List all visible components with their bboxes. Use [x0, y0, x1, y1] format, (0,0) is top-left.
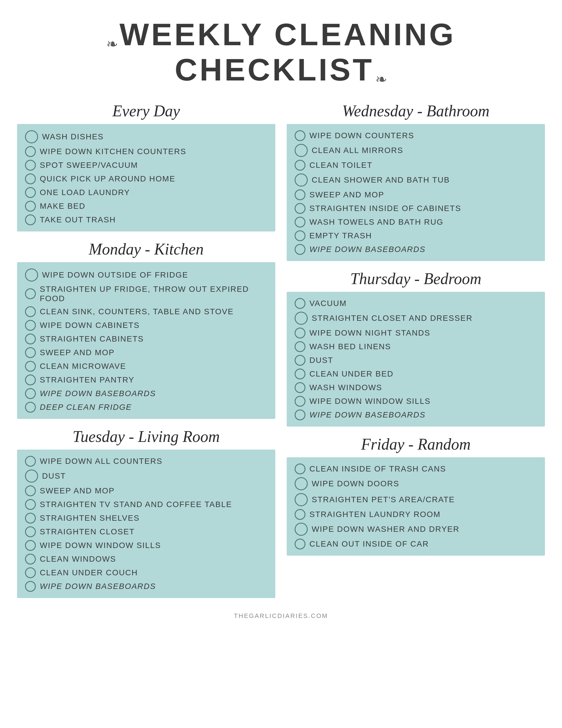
list-item: VACUUM: [294, 298, 537, 309]
item-label: STRAIGHTEN PET'S AREA/CRATE: [312, 495, 455, 504]
checkbox-icon[interactable]: [25, 567, 36, 578]
checkbox-icon[interactable]: [25, 499, 36, 510]
checkbox-icon[interactable]: [294, 244, 305, 255]
section-title-everyday: Every Day: [17, 102, 275, 120]
list-item: WIPE DOWN CABINETS: [25, 320, 268, 331]
checkbox-icon[interactable]: [294, 509, 305, 520]
item-label: WASH TOWELS AND BATH RUG: [309, 217, 443, 227]
list-item: WIPE DOWN OUTSIDE OF FRIDGE: [25, 268, 268, 282]
checkbox-icon[interactable]: [294, 355, 305, 366]
checkbox-icon[interactable]: [25, 375, 36, 385]
item-label: WIPE DOWN BASEBOARDS: [40, 389, 156, 398]
checkbox-icon[interactable]: [25, 320, 36, 331]
item-label: WIPE DOWN CABINETS: [40, 320, 140, 330]
item-label: WIPE DOWN WASHER AND DRYER: [312, 524, 459, 534]
checkbox-icon[interactable]: [25, 513, 36, 524]
item-label: TAKE OUT TRASH: [40, 215, 116, 225]
checkbox-icon[interactable]: [294, 341, 305, 352]
item-label: CLEAN INSIDE OF TRASH CANS: [309, 464, 446, 474]
checkbox-icon[interactable]: [294, 539, 305, 549]
item-label: CLEAN TOILET: [309, 160, 372, 170]
checkbox-icon[interactable]: [25, 334, 36, 344]
checkbox-icon[interactable]: [294, 189, 305, 200]
item-label: STRAIGHTEN LAUNDRY ROOM: [309, 510, 441, 519]
checkbox-icon[interactable]: [294, 203, 305, 214]
checkbox-icon[interactable]: [25, 160, 36, 171]
checkbox-icon[interactable]: [294, 493, 308, 506]
item-label: WIPE DOWN ALL COUNTERS: [40, 456, 163, 466]
checkbox-icon[interactable]: [294, 464, 305, 474]
checkbox-icon[interactable]: [294, 173, 308, 187]
checkbox-icon[interactable]: [25, 214, 36, 225]
list-item: CLEAN MICROWAVE: [25, 361, 268, 372]
list-item: SWEEP AND MOP: [294, 189, 537, 200]
item-label: WIPE DOWN COUNTERS: [309, 131, 414, 140]
list-item: WASH WINDOWS: [294, 382, 537, 393]
list-item: WIPE DOWN COUNTERS: [294, 130, 537, 141]
right-column: Wednesday - Bathroom WIPE DOWN COUNTERS …: [287, 93, 545, 601]
item-label: ONE LOAD LAUNDRY: [40, 188, 130, 197]
list-item: WIPE DOWN WINDOW SILLS: [25, 540, 268, 551]
checkbox-icon[interactable]: [25, 540, 36, 551]
list-item: CLEAN TOILET: [294, 160, 537, 171]
checkbox-icon[interactable]: [25, 173, 36, 184]
checkbox-icon[interactable]: [25, 554, 36, 564]
list-item: WIPE DOWN WINDOW SILLS: [294, 396, 537, 407]
list-item: WIPE DOWN BASEBOARDS: [294, 409, 537, 420]
checkbox-icon[interactable]: [25, 288, 36, 299]
checkbox-icon[interactable]: [294, 382, 305, 393]
checkbox-icon[interactable]: [294, 130, 305, 141]
list-item: WASH BED LINENS: [294, 341, 537, 352]
item-label: WASH BED LINENS: [309, 342, 391, 351]
checkbox-icon[interactable]: [294, 396, 305, 407]
checklist-box-friday: CLEAN INSIDE OF TRASH CANS WIPE DOWN DOO…: [287, 457, 545, 556]
list-item: WASH TOWELS AND BATH RUG: [294, 217, 537, 227]
checkbox-icon[interactable]: [25, 361, 36, 372]
checkbox-icon[interactable]: [294, 328, 305, 338]
checkbox-icon[interactable]: [294, 523, 308, 536]
item-label: WIPE DOWN BASEBOARDS: [40, 582, 156, 591]
list-item: CLEAN ALL MIRRORS: [294, 144, 537, 157]
item-label: CLEAN MICROWAVE: [40, 361, 126, 371]
checkbox-icon[interactable]: [294, 298, 305, 309]
checkbox-icon[interactable]: [25, 306, 36, 317]
list-item: WIPE DOWN WASHER AND DRYER: [294, 523, 537, 536]
checkbox-icon[interactable]: [25, 347, 36, 358]
checkbox-icon[interactable]: [25, 268, 38, 282]
checkbox-icon[interactable]: [294, 409, 305, 420]
item-label: STRAIGHTEN UP FRIDGE, THROW OUT EXPIRED …: [40, 284, 268, 303]
section-title-monday: Monday - Kitchen: [17, 240, 275, 258]
left-column: Every Day WASH DISHES WIPE DOWN KITCHEN …: [17, 93, 275, 601]
list-item: WIPE DOWN DOORS: [294, 477, 537, 490]
item-label: DEEP CLEAN FRIDGE: [40, 402, 132, 412]
checkbox-icon[interactable]: [294, 144, 308, 157]
item-label: CLEAN ALL MIRRORS: [312, 146, 403, 155]
list-item: STRAIGHTEN TV STAND AND COFFEE TABLE: [25, 499, 268, 510]
checkbox-icon[interactable]: [294, 230, 305, 241]
checkbox-icon[interactable]: [25, 146, 36, 157]
checkbox-icon[interactable]: [25, 581, 36, 592]
checkbox-icon[interactable]: [25, 470, 38, 483]
item-label: WIPE DOWN KITCHEN COUNTERS: [40, 147, 186, 156]
checkbox-icon[interactable]: [294, 160, 305, 171]
checkbox-icon[interactable]: [25, 187, 36, 198]
checkbox-icon[interactable]: [25, 201, 36, 212]
list-item: CLEAN UNDER BED: [294, 369, 537, 379]
checkbox-icon[interactable]: [25, 456, 36, 467]
checkbox-icon[interactable]: [294, 477, 308, 490]
item-label: STRAIGHTEN PANTRY: [40, 375, 134, 385]
checkbox-icon[interactable]: [25, 130, 38, 143]
checkbox-icon[interactable]: [25, 388, 36, 399]
checkbox-icon[interactable]: [294, 312, 308, 325]
checkbox-icon[interactable]: [294, 369, 305, 379]
list-item: TAKE OUT TRASH: [25, 214, 268, 225]
item-label: CLEAN UNDER BED: [309, 369, 393, 379]
section-title-tuesday: Tuesday - Living Room: [17, 427, 275, 446]
item-label: WIPE DOWN OUTSIDE OF FRIDGE: [42, 270, 188, 280]
checkbox-icon[interactable]: [294, 217, 305, 227]
list-item: ONE LOAD LAUNDRY: [25, 187, 268, 198]
checkbox-icon[interactable]: [25, 526, 36, 537]
checkbox-icon[interactable]: [25, 485, 36, 496]
checkbox-icon[interactable]: [25, 402, 36, 413]
item-label: MAKE BED: [40, 201, 86, 211]
